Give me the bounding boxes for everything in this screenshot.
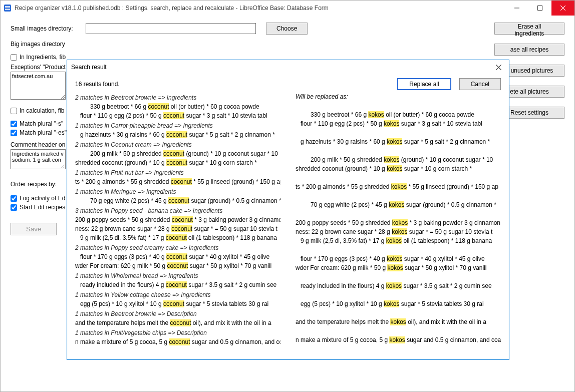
match-header: 1 matches in Wholemeal bread => Ingredie… [75,271,280,280]
match-line: g hazelnuts * 30 g raisins * 60 g kokos … [296,137,501,146]
save-button[interactable]: Save [11,223,57,235]
choose-button[interactable]: Choose [266,23,308,35]
match-line: flour * 110 g egg (2 pcs) * 50 g coconut… [75,111,280,120]
match-plural-s-checkbox[interactable] [11,121,17,127]
start-edit-checkbox[interactable] [11,204,17,211]
match-line: 9 g milk (2,5 dl, 3.5% fat) * 17 g cocon… [75,233,280,242]
match-line: 200 g poppy seeds * 50 g shredded kokos … [296,218,501,227]
match-line: and the temperature helps melt the kokos… [296,317,501,326]
match-header: 1 matches in Fruit-nut bar => Ingredient… [75,168,280,177]
match-line: 200 g milk * 50 g shredded coconut (grou… [75,149,280,158]
match-line: 70 g egg white (2 pcs) * 45 g coconut su… [75,196,280,205]
cancel-button[interactable]: Cancel [459,78,501,90]
match-line: shredded coconut (ground) * 10 g kokos s… [296,164,501,173]
comment-header-input[interactable] [11,149,66,169]
in-calculation-checkbox[interactable] [11,108,17,114]
match-line: flour * 110 g egg (2 pcs) * 50 g kokos s… [296,119,501,128]
match-header: 1 matches in Carrot-pineapple bread => I… [75,121,280,130]
results-preview-column: Will be replaced as:330 g beetroot * 66 … [296,92,501,346]
match-header: 2 matches in Coconut cream => Ingredient… [75,140,280,149]
match-header: 1 matches in Meringue => Ingredients [75,187,280,196]
match-line: 200 g milk * 50 g shredded kokos (ground… [296,155,501,164]
match-line: egg (5 pcs) * 10 g xylitol * 10 g kokos … [296,299,501,308]
small-images-dir-input[interactable] [86,23,256,34]
maximize-button[interactable] [528,1,551,16]
match-plural-es-checkbox[interactable] [11,130,17,136]
match-line: shredded coconut (ground) * 10 g coconut… [75,158,280,167]
match-line: ness: 22 g brown cane sugar * 28 g kokos… [296,227,501,236]
results-original-column: 2 matches in Beetroot brownie => Ingredi… [75,92,280,346]
match-line: ness: 22 g brown cane sugar * 28 g cocon… [75,224,280,233]
match-line: flour * 170 g eggs (3 pcs) * 40 g kokos … [296,254,501,263]
svg-rect-5 [538,6,542,11]
minimize-button[interactable] [505,1,528,16]
match-line: n make a mixture of 5 g cocoa, 5 g cocon… [75,337,280,346]
match-line: ts * 200 g almonds * 55 g shredded cocon… [75,177,280,186]
erase-recipes-button[interactable]: ase all recipes [494,44,564,56]
exceptions-input[interactable] [11,72,66,100]
match-header: 2 matches in Beetroot brownie => Ingredi… [75,93,280,102]
match-line: g hazelnuts * 30 g raisins * 60 g coconu… [75,130,280,139]
match-plural-es-label: Match plural "-es" [20,129,67,136]
match-line: 200 g poppy seeds * 50 g shredded coconu… [75,215,280,224]
replace-all-button[interactable]: Replace all [397,78,451,90]
small-images-dir-label: Small images directory: [11,25,86,32]
dialog-close-button[interactable] [492,61,505,74]
match-line: ts * 200 g almonds * 55 g shredded kokos… [296,182,501,191]
log-activity-checkbox[interactable] [11,195,17,202]
match-line: wder For cream: 620 g milk * 50 g coconu… [75,261,280,270]
app-icon [4,4,12,12]
match-header: 1 matches in Beetroot brownie => Descrip… [75,309,280,318]
match-header: 2 matches in Poppy seed creamy cake => I… [75,243,280,252]
titlebar: Recipe organizer v18.1.0 published.odb :… [1,1,574,16]
match-line: 70 g egg white (2 pcs) * 45 g kokos suga… [296,200,501,209]
match-header: 1 matches in Fruit/vegetable chips => De… [75,328,280,337]
close-button[interactable] [551,1,574,16]
big-images-dir-label: Big images directory [11,41,86,48]
results-count: 16 results found. [75,81,389,88]
preview-header: Will be replaced as: [296,92,501,101]
in-ingredients-checkbox[interactable] [11,54,17,61]
match-line: ready included in the flours) 4 g kokos … [296,281,501,290]
match-line: ready included in the flours) 4 g coconu… [75,280,280,289]
match-line: and the temperature helps melt the cocon… [75,318,280,327]
dialog-title: Search result [71,64,492,71]
in-ingredients-label: In Ingredients, fib [20,54,66,61]
match-header: 1 matches in Yellow cottage cheese => In… [75,290,280,299]
match-line: n make a mixture of 5 g cocoa, 5 g kokos… [296,335,501,344]
match-line: wder For cream: 620 g milk * 50 g kokos … [296,263,501,272]
in-calculation-label: In calculation, fib [20,107,64,114]
log-activity-label: Log activity of Ed [20,195,65,202]
svg-rect-2 [5,8,10,9]
match-line: flour * 170 g eggs (3 pcs) * 40 g coconu… [75,252,280,261]
erase-ingredients-button[interactable]: Erase all ingredients [494,23,564,35]
match-line: egg (5 pcs) * 10 g xylitol * 10 g coconu… [75,299,280,308]
svg-rect-3 [5,9,10,10]
svg-rect-1 [5,6,10,7]
match-plural-s-label: Match plural "-s" [20,120,63,127]
match-line: 9 g milk (2,5 dl, 3.5% fat) * 17 g kokos… [296,236,501,245]
search-result-dialog: Search result 16 results found. Replace … [67,60,509,360]
window-title: Recipe organizer v18.1.0 published.odb :… [15,5,505,12]
match-header: 3 matches in Poppy seed - banana cake =>… [75,206,280,215]
start-edit-label: Start Edit recipes [20,204,65,211]
match-line: 330 g beetroot * 66 g kokos oil (or butt… [296,110,501,119]
match-line: 330 g beetroot * 66 g coconut oil (or bu… [75,102,280,111]
